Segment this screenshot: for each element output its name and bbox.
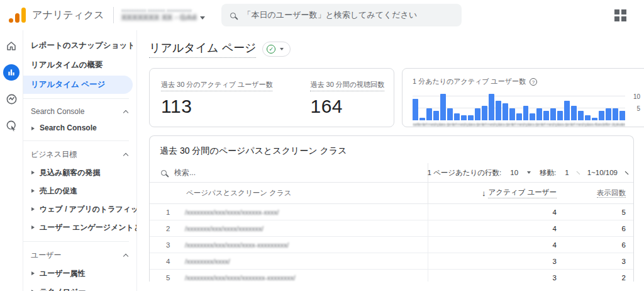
y-axis-tick-label: 10: [633, 93, 640, 100]
account-switcher[interactable]: xxxxxxxxxx xxxxxxx xxxxxxxxxx XXXXXXX XX…: [121, 8, 205, 23]
y-axis-tick-label: 5: [636, 105, 640, 111]
table-row[interactable]: 5/xxxxxxxx/xxx/xxxx/xxxxxxx-xxxxxxxx/32: [150, 270, 633, 282]
bar[interactable]: [557, 111, 563, 120]
column-header-views[interactable]: 表示回数: [563, 188, 633, 198]
bar[interactable]: [447, 108, 453, 120]
row-number: 5: [150, 274, 185, 282]
bar[interactable]: [523, 106, 529, 120]
bar[interactable]: [550, 108, 556, 120]
chart-x-axis-labels: rartlentef meshplara rjentef meshplara r…: [413, 122, 625, 127]
sidebar-section-ユーザー[interactable]: ユーザー: [23, 246, 136, 265]
sidebar-item-ユーザー属性[interactable]: ユーザー属性: [23, 265, 136, 283]
previous-page-icon[interactable]: [576, 171, 580, 174]
bars-container: [413, 91, 625, 120]
bar[interactable]: [489, 94, 494, 120]
active-users-value: 4: [428, 204, 563, 220]
sidebar-item-ウェブ / アプリのトラフィック...[interactable]: ウェブ / アプリのトラフィック...: [23, 200, 136, 219]
chevron-up-icon: [123, 153, 128, 158]
sidebar-item-テクノロジー[interactable]: テクノロジー: [23, 283, 136, 291]
table-body: 1/xxxxxxxx/xxx/xxxx/xxxxxx-xxxx/452/xxxx…: [150, 204, 633, 282]
chevron-down-icon: [527, 171, 531, 174]
google-apps-grid-icon[interactable]: [614, 9, 626, 21]
search-placeholder: 「本日のユーザー数」と検索してみてください: [243, 9, 418, 21]
sidebar-item-レポートのスナップショット[interactable]: レポートのスナップショット: [23, 37, 133, 55]
bar[interactable]: [543, 111, 549, 120]
bar[interactable]: [571, 106, 577, 120]
bar[interactable]: [536, 108, 542, 120]
metric-views: 過去 30 分間の視聴回数 164: [310, 78, 384, 117]
bar[interactable]: [454, 113, 460, 121]
page-path-blurred: /xxxxxxxx/xxx/xxxx/xxxxxxx-xxxxxxxx/: [185, 274, 428, 282]
rows-per-page-label: 1 ページあたりの行数:: [427, 168, 501, 178]
chevron-down-icon: [280, 48, 284, 50]
bar[interactable]: [475, 108, 480, 120]
sidebar-item-リアルタイムの概要[interactable]: リアルタイムの概要: [23, 56, 133, 74]
metric-label[interactable]: 過去 30 分のアクティブ ユーザー数: [161, 80, 272, 91]
help-icon[interactable]: ?: [530, 78, 537, 86]
sidebar-divider: [23, 98, 129, 99]
table-row[interactable]: 3/xxxxxxxx/xxx/xxxx/xxxx-xxxxxxxxx/46: [150, 237, 633, 253]
sidebar-section-Search Console[interactable]: Search Console: [23, 103, 136, 120]
page-title[interactable]: リアルタイム ページ: [149, 40, 256, 58]
bar-chart: 105: [413, 91, 644, 120]
goto-page-input[interactable]: 1: [565, 169, 569, 176]
top-bar: アナリティクス xxxxxxxxxx xxxxxxx xxxxxxxxxx XX…: [0, 0, 644, 30]
bar[interactable]: [564, 101, 570, 120]
bar[interactable]: [613, 108, 618, 120]
rows-per-page-select[interactable]: 10: [510, 169, 531, 176]
bar[interactable]: [482, 106, 487, 120]
bar[interactable]: [509, 108, 515, 120]
page-path-blurred: /xxxxxxxx/xxxx/: [185, 258, 428, 265]
sidebar-section-ビジネス目標[interactable]: ビジネス目標: [23, 146, 136, 164]
data-quality-badge[interactable]: ✓: [262, 42, 291, 57]
global-search-input[interactable]: 「本日のユーザー数」と検索してみてください: [221, 4, 462, 26]
table-search-input[interactable]: 検索...: [150, 168, 428, 178]
table-row[interactable]: 2/xxxxxxx/xxx/xxxx/xxxxxxx/46: [150, 220, 633, 237]
column-header-active-users[interactable]: ↓ アクティブ ユーザー: [428, 183, 563, 203]
pagination-range: 1~10/109: [587, 169, 618, 176]
bar[interactable]: [619, 111, 625, 120]
navigation-rail: [0, 30, 23, 291]
table-row[interactable]: 1/xxxxxxxx/xxx/xxxx/xxxxxx-xxxx/45: [150, 204, 633, 220]
column-header-dimension[interactable]: ページパスとスクリーン クラス: [150, 188, 428, 198]
advertising-icon[interactable]: [3, 117, 19, 134]
next-page-icon[interactable]: [625, 171, 629, 174]
row-number: 4: [150, 258, 185, 265]
row-number: 1: [150, 208, 185, 216]
bar[interactable]: [578, 111, 584, 120]
bar[interactable]: [496, 101, 501, 120]
metric-value: 164: [310, 96, 384, 117]
sidebar-item-見込み顧客の発掘[interactable]: 見込み顧客の発掘: [23, 164, 136, 182]
sidebar-item-売上の促進[interactable]: 売上の促進: [23, 182, 136, 200]
explore-icon[interactable]: [3, 91, 19, 107]
google-analytics-logo-icon: [9, 8, 26, 23]
bar[interactable]: [426, 108, 432, 120]
sidebar-item-Search Console[interactable]: Search Console: [23, 120, 136, 136]
bar[interactable]: [585, 115, 591, 120]
bar[interactable]: [599, 111, 604, 120]
table-row[interactable]: 4/xxxxxxxx/xxxx/33: [150, 253, 633, 270]
search-icon: [161, 170, 167, 176]
bar[interactable]: [440, 94, 446, 120]
bar[interactable]: [606, 108, 611, 120]
bar[interactable]: [461, 115, 467, 120]
row-number: 2: [150, 225, 185, 232]
table-header-row: ページパスとスクリーン クラス ↓ アクティブ ユーザー 表示回数: [150, 183, 633, 204]
sidebar-item-リアルタイム ページ[interactable]: リアルタイム ページ: [23, 76, 133, 94]
metric-label[interactable]: 過去 30 分間の視聴回数: [310, 80, 384, 91]
bar[interactable]: [413, 99, 418, 121]
reports-icon[interactable]: [3, 64, 19, 81]
page-path-blurred: /xxxxxxx/xxx/xxxx/xxxxxxx/: [185, 225, 428, 232]
home-icon[interactable]: [3, 38, 19, 54]
bar[interactable]: [419, 118, 425, 120]
views-value: 6: [563, 225, 633, 232]
sidebar-item-ユーザー エンゲージメントと...[interactable]: ユーザー エンゲージメントと...: [23, 219, 136, 237]
header-divider: [113, 7, 114, 23]
bar[interactable]: [502, 103, 508, 120]
bar[interactable]: [592, 118, 597, 120]
property-name-blurred: XXXXXXX XX - GA4: [121, 13, 197, 23]
bar[interactable]: [516, 113, 522, 121]
bar[interactable]: [530, 113, 535, 121]
bar[interactable]: [433, 111, 439, 120]
bar[interactable]: [468, 115, 474, 120]
